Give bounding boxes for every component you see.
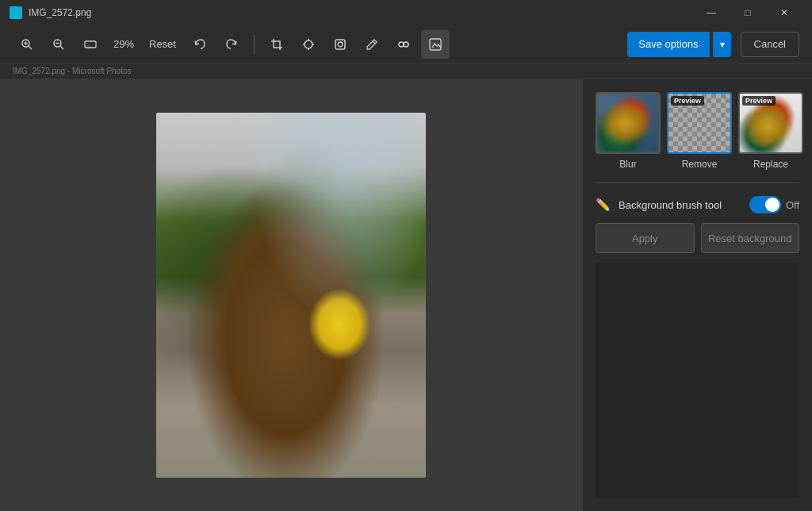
minimize-button[interactable]: — [693,0,730,25]
svg-point-17 [399,42,404,47]
dog-overlay [156,113,426,478]
erase-button[interactable] [389,30,418,59]
dog-image [156,113,426,478]
canvas-area[interactable] [0,79,582,511]
svg-line-1 [29,46,32,49]
panel-divider-1 [596,182,799,183]
svg-rect-14 [335,40,345,49]
svg-point-9 [304,40,312,48]
title-bar: IMG_2572.png — □ ✕ [0,0,812,25]
svg-point-15 [338,42,343,47]
blur-preview-image [597,94,659,152]
svg-line-5 [60,46,63,49]
fit-view-button[interactable]: ⬡ [76,30,105,59]
background-button[interactable] [421,30,450,59]
window-controls: — □ ✕ [693,0,802,25]
close-button[interactable]: ✕ [766,0,802,25]
undo-button[interactable] [186,30,214,59]
reset-button[interactable]: Reset [143,35,182,53]
svg-line-16 [373,41,375,44]
svg-point-18 [404,42,408,47]
redo-button[interactable] [217,30,246,59]
main-area: Blur Preview Remove Preview Replace [0,79,812,511]
bg-label-blur: Blur [619,159,636,170]
panel-bottom-area [596,263,799,498]
replace-preview-badge: Preview [742,96,776,106]
zoom-in-button[interactable] [13,30,41,59]
bg-option-replace[interactable]: Preview Replace [738,92,803,170]
image-container [156,113,426,478]
bg-thumb-remove: Preview [667,92,732,154]
status-strip: IMG_2572.png - Microsoft Photos [0,63,812,79]
toolbar-divider-1 [254,35,255,54]
filter-button[interactable] [326,30,354,59]
maximize-button[interactable]: □ [730,0,766,25]
crop-button[interactable] [262,30,291,59]
toolbar: ⬡ 29% Reset Save options ▾ Cancel [0,25,812,63]
remove-preview-badge: Preview [671,96,704,106]
save-options-button[interactable]: Save options [627,32,709,57]
brush-tool-label: Background brush tool [619,199,741,211]
zoom-out-button[interactable] [44,30,73,59]
background-options: Blur Preview Remove Preview Replace [596,92,799,170]
toggle-container[interactable]: Off [749,196,799,213]
bg-thumb-replace: Preview [738,92,803,154]
bg-option-blur[interactable]: Blur [596,92,661,170]
draw-button[interactable] [358,30,386,59]
bg-label-remove: Remove [682,159,718,170]
apply-button[interactable]: Apply [596,223,695,253]
app-icon [10,6,22,19]
toggle-switch[interactable] [749,196,781,213]
window-title: IMG_2572.png [29,7,687,18]
status-text: IMG_2572.png - Microsoft Photos [13,67,132,75]
adjust-button[interactable] [294,30,323,59]
bg-thumb-blur [596,92,661,154]
right-panel: Blur Preview Remove Preview Replace [582,79,812,511]
action-buttons: Apply Reset background [596,223,799,253]
zoom-level: 29% [108,38,140,50]
bg-label-replace: Replace [753,159,788,170]
toggle-off-label: Off [786,199,799,211]
cancel-button[interactable]: Cancel [741,32,799,57]
save-options-arrow-button[interactable]: ▾ [713,32,731,57]
bg-option-remove[interactable]: Preview Remove [667,92,732,170]
svg-text:⬡: ⬡ [86,44,90,48]
reset-background-button[interactable]: Reset background [701,223,800,253]
brush-icon: ✏️ [596,198,611,212]
brush-tool-row: ✏️ Background brush tool Off [596,196,799,213]
